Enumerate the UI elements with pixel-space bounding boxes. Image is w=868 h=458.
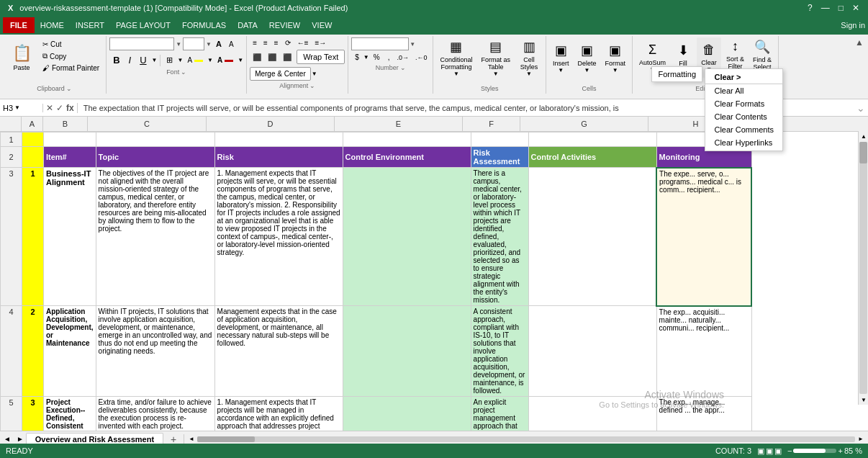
cell-f5[interactable]: An explicit project management approach … — [471, 397, 528, 431]
cell-b4[interactable]: Application Acquisition, Development, or… — [44, 306, 96, 397]
cut-button[interactable]: ✂ Cut — [39, 39, 103, 50]
cell-f4[interactable]: A consistent approach, compliant with IS… — [471, 306, 528, 397]
cell-a2[interactable] — [22, 147, 44, 168]
normal-view-btn[interactable]: ▣ — [757, 446, 764, 447]
border-button[interactable]: ⊞ — [163, 54, 176, 66]
cell-e1[interactable] — [343, 133, 471, 147]
cell-f3[interactable]: There is a campus, medical center, or la… — [471, 168, 528, 306]
fill-color-button[interactable]: A — [184, 55, 206, 66]
col-header-a[interactable]: A — [22, 117, 43, 131]
cell-c3[interactable]: The objectives of the IT project are not… — [96, 168, 214, 306]
comma-button[interactable]: , — [384, 52, 394, 63]
underline-button[interactable]: U — [136, 53, 150, 67]
font-size-input[interactable]: 20 — [183, 37, 204, 50]
cancel-formula-icon[interactable]: ✕ — [46, 103, 53, 113]
minimize-btn[interactable]: — — [818, 3, 833, 13]
indent-decrease-button[interactable]: ←≡ — [294, 37, 312, 48]
cell-b2[interactable]: Item# — [44, 147, 96, 168]
font-name-dropdown[interactable]: ▼ — [176, 41, 181, 48]
align-right-button[interactable]: ⬛ — [280, 52, 294, 63]
align-center-button[interactable]: ⬛ — [265, 52, 279, 63]
cell-d5[interactable]: 1. Management expects that IT projects w… — [214, 397, 343, 431]
menu-home[interactable]: HOME — [35, 19, 70, 31]
row-num-4[interactable]: 4 — [1, 306, 22, 397]
col-header-c[interactable]: C — [88, 117, 207, 131]
collapse-ribbon[interactable]: ▲ — [854, 36, 865, 49]
maximize-btn[interactable]: □ — [836, 3, 846, 13]
bold-button[interactable]: B — [109, 53, 123, 67]
decrease-decimal-button[interactable]: .←0 — [412, 53, 430, 63]
close-btn[interactable]: ✕ — [849, 3, 862, 13]
currency-dropdown[interactable]: ▼ — [363, 54, 369, 60]
menu-review[interactable]: REVIEW — [263, 19, 306, 31]
cell-styles-button[interactable]: ▥ CellStyles ▼ — [515, 37, 543, 78]
font-expand-icon[interactable]: ⌄ — [181, 68, 186, 76]
page-break-btn[interactable]: ▣ — [774, 446, 782, 447]
row-num-2[interactable]: 2 — [1, 147, 22, 168]
page-layout-btn[interactable]: ▣ — [766, 446, 773, 447]
corner-cell[interactable] — [0, 117, 22, 131]
h-scroll-left[interactable]: ◄ — [187, 436, 196, 442]
scroll-thumb[interactable] — [859, 142, 867, 163]
menu-data[interactable]: DATA — [232, 19, 263, 31]
cell-h4[interactable]: The exp... acquisiti... mainte... natura… — [656, 306, 751, 397]
cell-a3[interactable]: 1 — [22, 168, 44, 306]
indent-increase-button[interactable]: ≡→ — [312, 37, 330, 48]
cell-e4[interactable] — [343, 306, 471, 397]
scroll-up-btn[interactable]: ▲ — [859, 132, 868, 141]
cell-d2[interactable]: Risk — [214, 147, 343, 168]
menu-view[interactable]: VIEW — [306, 19, 338, 31]
wrap-text-button[interactable]: Wrap Text — [297, 50, 345, 64]
angle-text-button[interactable]: ⟳ — [282, 37, 294, 48]
row-num-3[interactable]: 3 — [1, 168, 22, 306]
number-format-dropdown[interactable]: ▼ — [410, 41, 415, 48]
cell-b5[interactable]: Project Execution--Defined, Consistent A… — [44, 397, 96, 431]
fill-color-dropdown[interactable]: ▼ — [207, 57, 213, 63]
clear-all-item[interactable]: Clear All — [705, 84, 782, 97]
insert-dropdown[interactable]: ▼ — [558, 67, 564, 73]
cell-g2[interactable]: Control Activities — [528, 147, 656, 168]
font-color-dropdown[interactable]: ▼ — [238, 57, 243, 63]
cell-styles-dropdown[interactable]: ▼ — [526, 71, 532, 77]
paste-button[interactable]: 📋 Paste — [6, 37, 37, 78]
shrink-font-button[interactable]: A — [226, 39, 237, 50]
cell-g3[interactable] — [528, 168, 656, 306]
vertical-scrollbar[interactable]: ▲ ▼ — [858, 132, 868, 405]
cell-f2[interactable]: Risk Assessment — [471, 147, 528, 168]
cell-ref-box[interactable]: H3 ▼ — [0, 104, 43, 112]
menu-formulas[interactable]: FORMULAS — [176, 19, 232, 31]
menu-page-layout[interactable]: PAGE LAYOUT — [110, 19, 176, 31]
format-button[interactable]: ▣ Format ▼ — [602, 37, 630, 78]
clear-formats-item[interactable]: Clear Formats — [705, 97, 782, 110]
clipboard-expand-icon[interactable]: ⌄ — [66, 85, 72, 92]
file-menu[interactable]: FILE — [3, 17, 35, 33]
format-table-dropdown[interactable]: ▼ — [493, 71, 499, 77]
cell-g4[interactable] — [528, 306, 656, 397]
cell-a5[interactable]: 3 — [22, 397, 44, 431]
merge-center-dropdown[interactable]: ▼ — [312, 71, 317, 77]
cell-f1[interactable] — [471, 133, 528, 147]
align-top-left-button[interactable]: ≡ — [250, 37, 260, 48]
scroll-down-btn[interactable]: ▼ — [859, 395, 868, 405]
number-expand-icon[interactable]: ⌄ — [400, 64, 406, 71]
delete-button[interactable]: ▣ Delete ▼ — [574, 37, 600, 78]
cell-d1[interactable] — [214, 133, 343, 147]
cell-h5[interactable]: The exp... manage... defined ... the app… — [656, 397, 751, 431]
align-top-center-button[interactable]: ≡ — [261, 37, 271, 48]
cell-d3[interactable]: 1. Management expects that IT projects w… — [214, 168, 343, 306]
help-btn[interactable]: ? — [805, 3, 815, 13]
delete-dropdown[interactable]: ▼ — [584, 67, 590, 73]
cell-c2[interactable]: Topic — [96, 147, 214, 168]
cell-c4[interactable]: Within IT projects, IT solutions that in… — [96, 306, 214, 397]
border-dropdown[interactable]: ▼ — [177, 57, 183, 63]
font-name-input[interactable]: Tahoma — [109, 37, 174, 50]
percent-button[interactable]: % — [370, 52, 384, 63]
col-header-b[interactable]: B — [43, 117, 88, 131]
cell-a1[interactable] — [22, 133, 44, 147]
cell-d4[interactable]: Management expects that in the case of a… — [214, 306, 343, 397]
align-top-right-button[interactable]: ≡ — [271, 37, 281, 48]
cell-b1[interactable] — [44, 133, 96, 147]
merge-center-button[interactable]: Merge & Center — [250, 67, 311, 81]
cell-c1[interactable] — [96, 133, 214, 147]
cell-a4[interactable]: 2 — [22, 306, 44, 397]
